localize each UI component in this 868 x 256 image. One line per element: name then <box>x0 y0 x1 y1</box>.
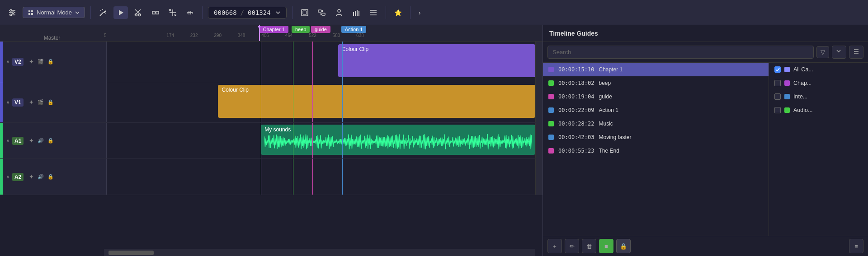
category-item[interactable]: Inte... <box>769 90 868 103</box>
guide-item[interactable]: 00:00:18:02beep <box>543 76 769 90</box>
clip-v2[interactable]: Colour Clip <box>338 44 535 77</box>
svg-point-4 <box>12 12 14 14</box>
guide-item[interactable]: 00:00:55:23The End <box>543 144 769 158</box>
lock-guide-button[interactable]: 🔒 <box>616 239 631 253</box>
track-lock-icon[interactable]: 🔒 <box>47 98 55 106</box>
track-header-a1: ∨A1✦🔊🔒 <box>3 123 107 158</box>
track-header-v1: ∨V1✦🎬🔒 <box>3 82 107 122</box>
person-button[interactable] <box>332 7 346 19</box>
delete-guide-button[interactable]: 🗑 <box>582 239 596 253</box>
guide-item[interactable]: 00:00:19:04guide <box>543 90 769 103</box>
guides-panel: Timeline Guides ▽ 00:00 <box>542 25 868 256</box>
track-magic-wand-icon[interactable]: ✦ <box>28 57 35 66</box>
horizontal-scrollbar[interactable] <box>104 249 535 256</box>
track-audio-icon[interactable]: 🔊 <box>37 137 45 144</box>
category-item[interactable]: Chap... <box>769 76 868 90</box>
clip-label: Colour Clip <box>342 46 368 52</box>
svg-point-35 <box>338 9 340 12</box>
scrollbar-thumb-h[interactable] <box>108 251 154 255</box>
magic-wand-icon[interactable] <box>96 7 110 19</box>
category-checkbox[interactable] <box>774 80 781 86</box>
vertical-scrollbar[interactable] <box>535 42 542 82</box>
svg-point-5 <box>10 14 12 16</box>
trim-tool-icon[interactable] <box>149 7 162 19</box>
guides-filter-button[interactable]: ▽ <box>816 46 829 58</box>
guide-item[interactable]: 00:00:15:10Chapter 1 <box>543 63 769 76</box>
clip-a1[interactable]: My sounds <box>261 125 535 155</box>
view-safe-areas-button[interactable] <box>298 7 311 19</box>
guide-item[interactable]: 00:00:28:22Music <box>543 117 769 130</box>
track-label: A2 <box>12 173 24 181</box>
track-expand-icon[interactable]: ∨ <box>6 138 9 143</box>
fit-tool-icon[interactable] <box>166 7 179 19</box>
category-name: Chap... <box>793 80 811 86</box>
color-guide-button[interactable]: ■ <box>599 239 613 253</box>
track-expand-icon[interactable]: ∨ <box>6 174 9 179</box>
playhead-line <box>261 159 261 195</box>
bookmark-button[interactable]: ⭐ <box>392 7 405 18</box>
track-lock-icon[interactable]: 🔒 <box>47 137 55 144</box>
guides-sort-button[interactable] <box>832 46 846 59</box>
track-lock-icon[interactable]: 🔒 <box>47 58 55 65</box>
cut-tool-icon[interactable] <box>132 7 145 19</box>
category-color-indicator <box>784 107 790 113</box>
guide-item[interactable]: 00:00:42:03Moving faster <box>543 130 769 144</box>
ruler-tick: 522 <box>309 33 316 38</box>
svg-rect-33 <box>322 13 325 15</box>
levels-button[interactable] <box>367 7 380 19</box>
guides-columns-button[interactable] <box>849 46 863 59</box>
audio-waveform <box>264 133 532 151</box>
track-magic-wand-icon[interactable]: ✦ <box>28 98 35 107</box>
category-item[interactable]: Audio... <box>769 103 868 117</box>
guide-color-indicator <box>548 107 554 113</box>
category-name: All Ca... <box>793 66 813 73</box>
category-checkbox[interactable] <box>774 93 781 100</box>
svg-point-13 <box>105 13 106 14</box>
vertical-scrollbar[interactable] <box>535 123 542 158</box>
guides-menu-button[interactable]: ≡ <box>849 239 863 253</box>
multi-cam-button[interactable] <box>315 7 329 19</box>
category-checkbox[interactable] <box>774 107 781 113</box>
edit-guide-button[interactable]: ✏ <box>565 239 579 253</box>
add-guide-button[interactable]: + <box>547 239 562 253</box>
clip-v1[interactable]: Colour Clip <box>218 85 535 118</box>
timeline-marker[interactable]: Chapter 1 <box>259 26 288 33</box>
svg-rect-39 <box>359 11 359 16</box>
track-lock-icon[interactable]: 🔒 <box>47 173 55 181</box>
timecode-total: 001324 <box>248 9 271 16</box>
timeline-marker[interactable]: Action 1 <box>341 26 367 33</box>
vertical-scrollbar[interactable] <box>535 82 542 122</box>
timeline-marker[interactable]: guide <box>311 26 330 33</box>
mode-selector[interactable]: Normal Mode <box>23 7 85 18</box>
more-tools-button[interactable]: › <box>416 7 424 18</box>
category-item[interactable]: All Ca... <box>769 63 868 76</box>
track-expand-icon[interactable]: ∨ <box>6 59 9 64</box>
settings-icon[interactable] <box>5 7 19 19</box>
track-video-icon[interactable]: 🎬 <box>37 98 45 106</box>
audio-meter-button[interactable] <box>349 7 363 19</box>
track-audio-icon[interactable]: 🔊 <box>37 173 45 181</box>
track-expand-icon[interactable]: ∨ <box>6 100 9 105</box>
track-content-a1: My sounds <box>107 123 535 158</box>
guides-panel-title: Timeline Guides <box>543 25 868 42</box>
vertical-scrollbar[interactable] <box>535 159 542 195</box>
timeline-area: Master 5174232290348406464522580638Chapt… <box>0 25 542 256</box>
playhead[interactable] <box>259 25 260 41</box>
svg-rect-29 <box>302 9 308 16</box>
play-button[interactable] <box>113 6 128 19</box>
track-magic-wand-icon[interactable]: ✦ <box>28 172 35 181</box>
sep1 <box>90 6 91 19</box>
markers-row: Master 5174232290348406464522580638Chapt… <box>0 25 542 42</box>
track-video-icon[interactable]: 🎬 <box>37 58 45 65</box>
timecode-current: 000668 <box>214 9 237 16</box>
timeline-vertical-line <box>293 42 293 82</box>
timeline-marker[interactable]: beep <box>292 26 310 33</box>
svg-rect-37 <box>355 11 356 16</box>
guides-search-input[interactable] <box>547 46 814 59</box>
audio-tool-icon[interactable] <box>183 7 197 19</box>
guide-item[interactable]: 00:00:22:09Action 1 <box>543 103 769 117</box>
main-area: Master 5174232290348406464522580638Chapt… <box>0 25 868 256</box>
clip-label: Colour Clip <box>222 87 248 93</box>
category-checkbox[interactable] <box>774 66 781 73</box>
track-magic-wand-icon[interactable]: ✦ <box>28 136 35 145</box>
